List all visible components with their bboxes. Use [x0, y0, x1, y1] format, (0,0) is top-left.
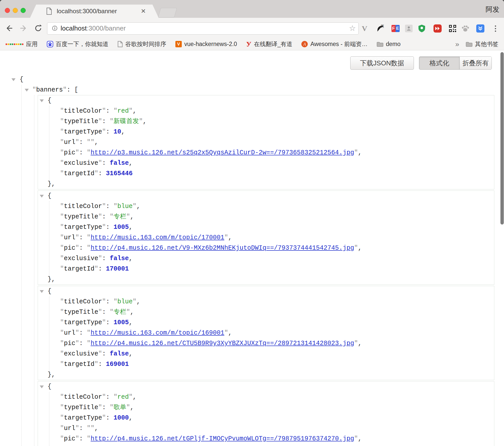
json-punctuation: :	[102, 213, 110, 220]
json-link-value[interactable]: http://p4.music.126.net/tGPljf-IMOCyPvum…	[91, 435, 354, 442]
collapse-triangle-icon[interactable]	[40, 195, 44, 198]
forward-button[interactable]	[19, 24, 28, 33]
vertical-scrollbar-thumb[interactable]	[500, 52, 504, 225]
bookmark-item[interactable]: 谷歌按时间排序	[118, 40, 166, 48]
json-punctuation: "	[75, 425, 79, 432]
json-punctuation: "	[94, 265, 98, 273]
collapse-all-button[interactable]: 折叠所有	[459, 57, 492, 69]
json-punctuation: {	[48, 288, 51, 295]
ext-downloader-icon[interactable]	[476, 24, 485, 33]
json-link-value[interactable]: http://p3.music.126.net/s25q2x5QyqsAzilC…	[91, 149, 354, 156]
bookmark-item[interactable]: AAwesomes - 前端资…	[301, 40, 368, 48]
ext-shield-icon[interactable]	[417, 24, 426, 33]
json-key: typeTitle	[64, 404, 98, 411]
json-punctuation: "	[60, 213, 64, 220]
collapse-triangle-icon[interactable]	[25, 89, 29, 92]
ext-fehelper-icon[interactable]: FE	[391, 24, 400, 33]
collapse-triangle-icon[interactable]	[40, 385, 44, 388]
json-key: typeTitle	[64, 118, 98, 125]
tab-close-icon[interactable]: ✕	[141, 5, 146, 18]
json-punctuation: "	[32, 86, 36, 94]
json-punctuation: "	[60, 244, 64, 252]
new-tab-button[interactable]	[158, 8, 177, 18]
json-object-open: {	[38, 381, 494, 392]
json-punctuation: "	[87, 435, 91, 442]
bookmark-apps[interactable]: 应用	[6, 40, 38, 48]
json-punctuation: "	[60, 340, 64, 347]
json-punctuation: {	[20, 76, 23, 83]
json-punctuation: :	[98, 361, 106, 368]
json-punctuation: ,	[129, 319, 133, 326]
json-punctuation: : [	[67, 86, 78, 94]
ext-sitemap-person-icon[interactable]	[404, 24, 413, 33]
json-punctuation: "	[60, 224, 64, 231]
json-link-value[interactable]: http://music.163.com/m/topic/170001	[91, 234, 224, 241]
ext-translate-pen-icon[interactable]: 英	[376, 24, 385, 33]
browser-menu-icon[interactable]	[491, 24, 500, 33]
bookmarks-overflow-chevron[interactable]: »	[455, 40, 459, 48]
json-property-line: "url": "http://music.163.com/m/topic/170…	[38, 232, 494, 243]
json-punctuation: "	[75, 329, 79, 337]
json-punctuation: :	[106, 224, 114, 231]
json-object-box: {"titleColor": "blue","typeTitle": "专栏",…	[38, 286, 494, 380]
format-button[interactable]: 格式化	[419, 57, 459, 69]
json-punctuation: :	[106, 107, 114, 115]
bookmark-item[interactable]: Vvue-hackernews-2.0	[175, 41, 237, 48]
download-json-button[interactable]: 下载JSON数据	[350, 56, 414, 70]
json-punctuation: :	[102, 404, 110, 411]
browser-tab[interactable]: localhost:3000/banner ✕	[30, 5, 159, 18]
json-property-line: "titleColor": "blue",	[38, 296, 494, 307]
back-button[interactable]	[5, 24, 14, 33]
json-punctuation: :	[79, 139, 87, 146]
json-punctuation: "	[75, 435, 79, 442]
other-bookmarks-folder[interactable]: 其他书签	[466, 40, 498, 48]
json-key: titleColor	[64, 298, 102, 305]
collapse-triangle-icon[interactable]	[40, 99, 44, 102]
json-link-value[interactable]: http://music.163.com/m/topic/169001	[91, 329, 224, 337]
json-link-value[interactable]: http://p4.music.126.net/CTU5B9R9y3XyYBZX…	[91, 340, 354, 347]
page-info-icon[interactable]	[52, 25, 58, 32]
json-number-value: 170001	[106, 265, 129, 273]
json-punctuation: "	[60, 234, 64, 241]
ext-paw-icon[interactable]	[461, 24, 470, 33]
json-punctuation: "	[354, 244, 358, 252]
url-path: :3000/banner	[87, 24, 126, 32]
address-bar[interactable]: localhost:3000/banner ☆	[47, 22, 359, 35]
ext-redplay-icon[interactable]	[433, 24, 442, 33]
json-punctuation: ,	[94, 425, 98, 432]
bookmark-star-icon[interactable]: ☆	[349, 23, 356, 34]
json-key: url	[64, 329, 75, 337]
json-punctuation: "	[126, 308, 130, 316]
json-string-value: blue	[117, 203, 133, 210]
reload-button[interactable]	[34, 24, 43, 33]
json-punctuation: :	[79, 149, 87, 156]
json-punctuation: "	[87, 234, 91, 241]
collapse-triangle-icon[interactable]	[11, 78, 16, 81]
json-punctuation: "	[114, 298, 117, 305]
json-punctuation: "	[354, 149, 358, 156]
json-property-line: "titleColor": "red",	[38, 392, 494, 402]
bookmark-item[interactable]: 百度一下，你就知道	[47, 40, 108, 48]
bookmark-item[interactable]: demo	[377, 41, 401, 48]
json-object-box: {"titleColor": "red","typeTitle": "歌单","…	[38, 381, 494, 446]
page-content: 下载JSON数据 格式化 折叠所有 {"banners": [{"titleCo…	[0, 50, 504, 446]
json-punctuation: "	[75, 149, 79, 156]
json-object-box: {"titleColor": "red","typeTitle": "新碟首发"…	[38, 95, 494, 189]
collapse-triangle-icon[interactable]	[40, 290, 44, 293]
json-property-line: "exclusive": false,	[38, 158, 494, 168]
json-property-line: "exclusive": false,	[38, 349, 494, 359]
ext-vimium-icon[interactable]: V	[360, 24, 369, 33]
json-link-value[interactable]: http://p4.music.126.net/V9-MXz6b2MNhEKju…	[91, 244, 354, 252]
zoom-window-button[interactable]	[21, 8, 26, 13]
json-object-open: {	[38, 191, 494, 201]
bookmark-item[interactable]: У在线翻译_有道	[246, 40, 292, 48]
minimize-window-button[interactable]	[13, 8, 18, 13]
json-number-value: 1005	[114, 319, 129, 326]
json-punctuation: :	[106, 414, 114, 422]
json-key: titleColor	[64, 203, 102, 210]
awesomes-icon: A	[301, 41, 308, 47]
ext-qrcode-icon[interactable]	[448, 24, 457, 33]
bookmark-label: 百度一下，你就知道	[56, 40, 108, 48]
close-window-button[interactable]	[5, 8, 10, 13]
json-punctuation: "	[102, 414, 106, 422]
